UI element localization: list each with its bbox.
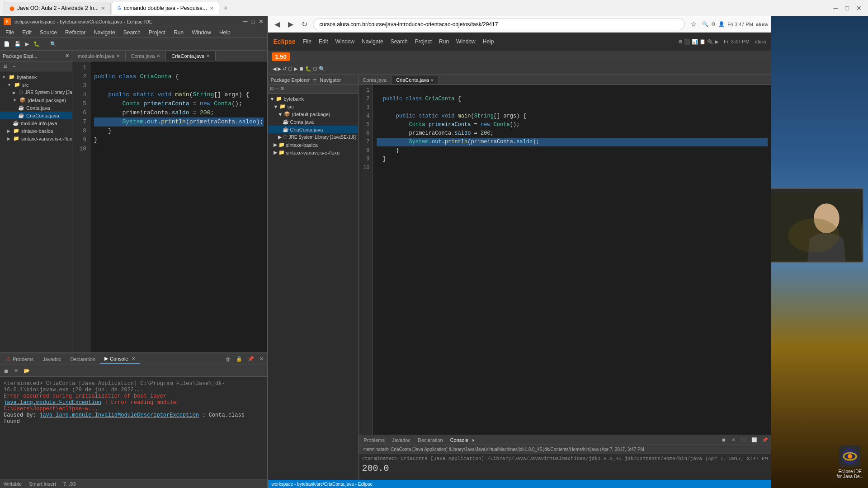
terminate-btn[interactable]: ⏹ bbox=[2, 367, 10, 375]
tab-close[interactable]: ✕ bbox=[430, 78, 434, 83]
new-file-btn[interactable]: 📄 bbox=[2, 40, 12, 48]
pe-item-criaconta[interactable]: ☕ CriaConta.java bbox=[0, 112, 72, 119]
eb-tab-criaconta[interactable]: CriaConta.java ✕ bbox=[392, 76, 439, 84]
menu-window[interactable]: Window bbox=[188, 28, 215, 37]
eb-pin-btn[interactable]: 📌 bbox=[760, 436, 769, 443]
pe-collapse-btn[interactable]: ⊡ bbox=[2, 63, 9, 70]
eb-item-conta[interactable]: ☕ Conta.java bbox=[268, 118, 358, 126]
menu-source[interactable]: Source bbox=[36, 28, 61, 37]
eclipse-close[interactable]: ✕ bbox=[259, 18, 264, 25]
eb-item-default-pkg[interactable]: ▼ 📦 (default package) bbox=[268, 110, 358, 118]
eb-item-jre[interactable]: ▶ ⬡ JRE System Library [JavaSE-1.8] bbox=[268, 133, 358, 141]
search-icon-right: 🔍 bbox=[702, 21, 708, 27]
save-btn[interactable]: 💾 bbox=[13, 40, 23, 48]
pin-btn[interactable]: 📌 bbox=[246, 355, 256, 363]
eb-code-editor[interactable]: 1 2 3 4 5 6 7 8 9 10 bbox=[359, 85, 772, 435]
tab-console[interactable]: ▶ Console ✕ bbox=[100, 354, 140, 364]
menu-help[interactable]: Help bbox=[216, 28, 234, 37]
eb-tab-declaration[interactable]: Declaration bbox=[414, 436, 447, 444]
site-window-link[interactable]: Window bbox=[335, 38, 355, 45]
new-tab-button[interactable]: + bbox=[220, 2, 231, 14]
site-edit-link[interactable]: Edit bbox=[319, 38, 328, 45]
pe-item-src[interactable]: ▼ 📁 src bbox=[0, 81, 72, 89]
site-file-link[interactable]: File bbox=[303, 38, 311, 45]
code-editor[interactable]: 1 2 3 4 5 6 7 8 9 10 bbox=[72, 61, 267, 352]
google-browser-tab[interactable]: G comando double java - Pesquisa... ✕ bbox=[112, 2, 219, 14]
eb-tab-problems[interactable]: Problems bbox=[360, 436, 388, 444]
code-content[interactable]: public class CriaConta { public static v… bbox=[90, 61, 267, 352]
scroll-lock-btn[interactable]: 🔒 bbox=[234, 355, 244, 363]
tab-module-info[interactable]: module-info.java ✕ bbox=[72, 52, 126, 61]
bookmark-button[interactable]: ☆ bbox=[688, 19, 699, 29]
menu-refactor[interactable]: Refactor bbox=[61, 28, 89, 37]
tab-conta[interactable]: Conta.java ✕ bbox=[126, 52, 166, 61]
eb-scroll-btn[interactable]: ⬛ bbox=[739, 436, 748, 443]
pe-item-sintaxe-var[interactable]: ▶ 📁 sintaxe-variaveis-e-fluxo bbox=[0, 135, 72, 142]
menu-search[interactable]: Search bbox=[120, 28, 144, 37]
eb-item-sintaxe[interactable]: ▶ 📁 sintaxe-basica bbox=[268, 141, 358, 149]
run-btn[interactable]: ▶ bbox=[24, 40, 31, 48]
minimize-button[interactable]: ─ bbox=[831, 4, 841, 13]
site-run-link[interactable]: Run bbox=[439, 38, 449, 45]
maximize-button[interactable]: □ bbox=[843, 4, 852, 13]
site-help-link[interactable]: Help bbox=[483, 38, 494, 45]
eb-tab-console[interactable]: Console ✕ bbox=[447, 436, 479, 444]
site-project-link[interactable]: Project bbox=[415, 38, 432, 45]
exception-link[interactable]: java.lang.module.FindException bbox=[4, 399, 101, 406]
menu-edit[interactable]: Edit bbox=[19, 28, 35, 37]
search-btn[interactable]: 🔍 bbox=[48, 40, 58, 48]
eb-tab-conta[interactable]: Conta.java bbox=[359, 76, 392, 84]
remove-launch-btn[interactable]: ✕ bbox=[12, 367, 20, 375]
menu-navigate[interactable]: Navigate bbox=[90, 28, 118, 37]
pe-link-btn[interactable]: ↔ bbox=[10, 63, 18, 70]
pe-item-sintaxe-basica[interactable]: ▶ 📁 sintaxe-basica bbox=[0, 127, 72, 135]
tab-label: Console bbox=[450, 437, 468, 443]
pkg-icon: 📦 bbox=[284, 111, 290, 117]
eb-item-criaconta[interactable]: ☕ CriaConta.java bbox=[268, 126, 358, 133]
menu-run[interactable]: Run bbox=[170, 28, 187, 37]
site-search-link[interactable]: Search bbox=[391, 38, 408, 45]
eb-item-bytebank[interactable]: ▼ 📁 bytebank bbox=[268, 95, 358, 103]
eclipse-desktop-icon[interactable]: Eclipse IDEfor Java De... bbox=[837, 446, 863, 479]
tab-javadoc[interactable]: Javadoc bbox=[38, 355, 66, 364]
menu-project[interactable]: Project bbox=[145, 28, 169, 37]
pe-item-default-pkg[interactable]: ▼ 📦 (default package) bbox=[0, 96, 72, 104]
eclipse-minimize[interactable]: ─ bbox=[243, 18, 247, 25]
menu-file[interactable]: File bbox=[2, 28, 18, 37]
panel-close-btn[interactable]: ✕ bbox=[258, 355, 265, 363]
caused-exception-link[interactable]: java.lang.module.InvalidModuleDescriptor… bbox=[39, 412, 199, 418]
eb-max-btn[interactable]: ⬜ bbox=[750, 436, 759, 443]
pe-close-icon[interactable]: ✕ bbox=[65, 53, 69, 59]
tab-declaration[interactable]: Declaration bbox=[66, 355, 100, 364]
back-button[interactable]: ◀ bbox=[272, 19, 283, 29]
user-name: alura bbox=[756, 22, 768, 27]
google-tab-close[interactable]: ✕ bbox=[210, 6, 213, 11]
eb-remove-btn[interactable]: ✕ bbox=[730, 436, 737, 443]
pe-item-jre[interactable]: ▶ ⬡ JRE System Library [JavaSI...] bbox=[0, 89, 72, 96]
eb-tab-javadoc[interactable]: Javadoc bbox=[388, 436, 414, 444]
tab-close-icon[interactable]: ✕ bbox=[116, 53, 120, 58]
eclipse-maximize[interactable]: □ bbox=[251, 18, 255, 25]
open-file-btn[interactable]: 📂 bbox=[22, 367, 32, 375]
site-window2-link[interactable]: Window bbox=[456, 38, 476, 45]
tab-criaconta[interactable]: CriaConta.java ✕ bbox=[166, 52, 216, 61]
site-navigate-link[interactable]: Navigate bbox=[362, 38, 383, 45]
debug-btn[interactable]: 🐛 bbox=[32, 40, 42, 48]
close-button[interactable]: ✕ bbox=[854, 4, 864, 13]
forward-button[interactable]: ▶ bbox=[285, 19, 296, 29]
eb-code-content[interactable]: public class CriaConta { public static v… bbox=[373, 85, 772, 435]
eclipse-tab-close[interactable]: ✕ bbox=[101, 6, 105, 11]
pe-item-bytebank[interactable]: ▼ 📁 bytebank bbox=[0, 73, 72, 81]
tab-close-icon[interactable]: ✕ bbox=[156, 53, 160, 58]
pe-item-conta[interactable]: ☕ Conta.java bbox=[0, 104, 72, 112]
address-input[interactable] bbox=[313, 19, 685, 30]
clear-console-btn[interactable]: 🗑 bbox=[224, 355, 232, 363]
tab-problems[interactable]: ⚠ Problems bbox=[2, 354, 38, 364]
eclipse-browser-tab[interactable]: ⬤ Java OO: Aula 2 - Atividade 2 In... ✕ bbox=[4, 2, 111, 14]
tab-close-icon[interactable]: ✕ bbox=[206, 53, 210, 58]
pe-item-moduleinfo[interactable]: ☕ module-info.java bbox=[0, 119, 72, 127]
refresh-button[interactable]: ↻ bbox=[299, 19, 310, 29]
eb-clear-btn[interactable]: ⏹ bbox=[720, 436, 728, 443]
eb-item-sintaxe-var[interactable]: ▶ 📁 sintaxe-variaveis-e-fluxo bbox=[268, 149, 358, 156]
eb-item-src[interactable]: ▼ 📁 src bbox=[268, 103, 358, 110]
